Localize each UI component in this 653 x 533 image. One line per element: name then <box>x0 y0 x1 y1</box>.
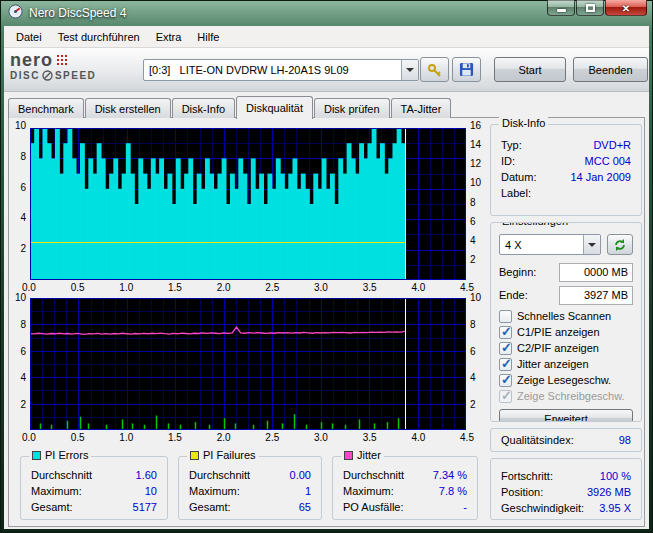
pi-failures-legend-icon <box>190 451 199 460</box>
checkbox-icon <box>499 342 512 355</box>
x-axis-label: 1.5 <box>168 282 182 293</box>
pi-failures-caption: PI Failures <box>187 449 259 461</box>
ende-label: Ende: <box>499 289 559 301</box>
y-axis-label: 2 <box>8 243 26 254</box>
y-axis-label: 8 <box>8 151 26 162</box>
x-axis-label: 2.0 <box>217 432 231 443</box>
fortschritt-label: Fortschritt: <box>501 470 553 482</box>
top-chart-left-axis: 10 8 6 4 2 <box>8 120 26 254</box>
app-icon <box>8 4 23 22</box>
jitter-legend-icon <box>344 451 353 460</box>
menu-item-hilfe[interactable]: Hilfe <box>189 28 227 46</box>
y-axis-label: 6 <box>8 182 26 193</box>
pi-errors-chart <box>30 128 466 280</box>
disk-id-label: ID: <box>501 155 549 167</box>
position-value: 3926 MB <box>587 486 631 498</box>
checkbox-jitter[interactable]: Jitter anzeigen <box>499 356 633 372</box>
minimize-button[interactable] <box>547 0 575 16</box>
y-axis-label: 2 <box>8 399 26 410</box>
disk-datum-label: Datum: <box>501 171 549 183</box>
y-axis-label: 2 <box>470 254 490 265</box>
checkbox-schnelles-scannen[interactable]: Schnelles Scannen <box>499 308 633 324</box>
checkbox-lesegeschw[interactable]: Zeige Lesegeschw. <box>499 372 633 388</box>
speed-select[interactable]: 4 X <box>499 234 601 255</box>
x-axis-label: 2.5 <box>265 282 279 293</box>
pi-errors-legend-icon <box>32 451 41 460</box>
close-icon <box>622 1 630 15</box>
stat-row: Maximum:7.8 % <box>333 483 477 499</box>
speed-select-value: 4 X <box>500 239 583 251</box>
quit-button[interactable]: Beenden <box>573 57 648 82</box>
y-axis-label: 8 <box>470 197 490 208</box>
x-axis-label: 0.5 <box>71 432 85 443</box>
begin-input[interactable] <box>559 263 633 282</box>
x-axis-label: 1.5 <box>168 432 182 443</box>
tab-benchmark[interactable]: Benchmark <box>8 98 84 118</box>
menu-item-extra[interactable]: Extra <box>148 28 190 46</box>
tab-disk-info[interactable]: Disk-Info <box>172 98 235 118</box>
stat-row: Durchschnitt7.34 % <box>333 467 477 483</box>
menu-item-test-durchfuehren[interactable]: Test durchführen <box>50 28 148 46</box>
window-controls <box>547 0 647 16</box>
pi-errors-groupbox: PI Errors Durchschnitt1.60 Maximum:10 Ge… <box>20 456 168 520</box>
key-icon <box>427 62 443 78</box>
bottom-chart-left-axis: 10 8 6 4 2 <box>8 292 26 410</box>
disk-info-groupbox: Disk-Info Typ:DVD+R ID:MCC 004 Datum:14 … <box>490 124 642 216</box>
disk-id-value: MCC 004 <box>585 155 631 167</box>
position-label: Position: <box>501 486 543 498</box>
x-axis-label: 3.0 <box>314 432 328 443</box>
checkbox-c2-pif[interactable]: C2/PIF anzeigen <box>499 340 633 356</box>
refresh-button[interactable] <box>607 234 633 255</box>
x-axis-label: 0.0 <box>22 432 36 443</box>
y-axis-label: 10 <box>8 120 26 131</box>
minimize-icon <box>557 9 566 12</box>
pi-failures-groupbox: PI Failures Durchschnitt0.00 Maximum:1 G… <box>178 456 322 520</box>
y-axis-label: 4 <box>470 372 490 383</box>
tab-ta-jitter[interactable]: TA-Jitter <box>391 98 452 118</box>
stat-row: PO Ausfälle:- <box>333 499 477 515</box>
options-button[interactable] <box>420 57 449 82</box>
quality-index-box: Qualitätsindex: 98 <box>490 428 642 452</box>
checkbox-schreibgeschw: Zeige Schreibgeschw. <box>499 388 633 404</box>
fortschritt-value: 100 % <box>600 470 631 482</box>
tab-disk-pruefen[interactable]: Disk prüfen <box>314 98 390 118</box>
drive-selector[interactable]: [0:3] LITE-ON DVDRW LH-20A1S 9L09 <box>143 59 419 81</box>
disk-info-row: Label: <box>491 185 641 201</box>
geschwindigkeit-value: 3.95 X <box>599 502 631 514</box>
y-axis-label: 14 <box>470 139 490 150</box>
x-axis-label: 1.0 <box>119 432 133 443</box>
menu-item-datei[interactable]: Datei <box>8 28 50 46</box>
nero-dots-icon <box>56 54 67 65</box>
start-button[interactable]: Start <box>494 57 566 82</box>
checkbox-c1-pie[interactable]: C1/PIE anzeigen <box>499 324 633 340</box>
end-input[interactable] <box>559 286 633 305</box>
drive-selector-value: [0:3] LITE-ON DVDRW LH-20A1S 9L09 <box>144 64 401 76</box>
close-button[interactable] <box>605 0 647 16</box>
x-axis-label: 3.5 <box>363 432 377 443</box>
speed-select-dropdown-button[interactable] <box>583 235 600 254</box>
stat-row: Gesamt:65 <box>179 499 321 515</box>
jitter-caption: Jitter <box>341 449 384 461</box>
y-axis-label: 4 <box>8 212 26 223</box>
disk-label-label: Label: <box>501 187 549 199</box>
disk-datum-value: 14 Jan 2009 <box>570 171 631 183</box>
tab-diskqualitaet[interactable]: Diskqualität <box>236 96 313 119</box>
advanced-button[interactable]: Erweitert <box>499 409 633 422</box>
y-axis-label: 6 <box>470 216 490 227</box>
maximize-button[interactable] <box>576 0 604 16</box>
chevron-down-icon <box>588 243 596 247</box>
tab-disk-erstellen[interactable]: Disk erstellen <box>85 98 171 118</box>
logo-disc-text: DISC <box>10 70 40 81</box>
x-axis-label: 3.5 <box>363 282 377 293</box>
drive-selector-dropdown-button[interactable] <box>401 60 418 80</box>
y-axis-label: 10 <box>470 177 490 188</box>
toolbar: nero DISC SPEED [0:3] LITE-ON DVDRW LH-2… <box>4 48 649 92</box>
x-axis-label: 4.0 <box>411 432 425 443</box>
x-axis-label: 0.5 <box>71 282 85 293</box>
titlebar: Nero DiscSpeed 4 <box>0 0 653 26</box>
x-axis-label: 2.5 <box>265 432 279 443</box>
disk-info-row: Typ:DVD+R <box>491 137 641 153</box>
checkbox-icon <box>499 326 512 339</box>
save-button[interactable] <box>452 57 481 82</box>
quality-index-value: 98 <box>619 434 631 446</box>
